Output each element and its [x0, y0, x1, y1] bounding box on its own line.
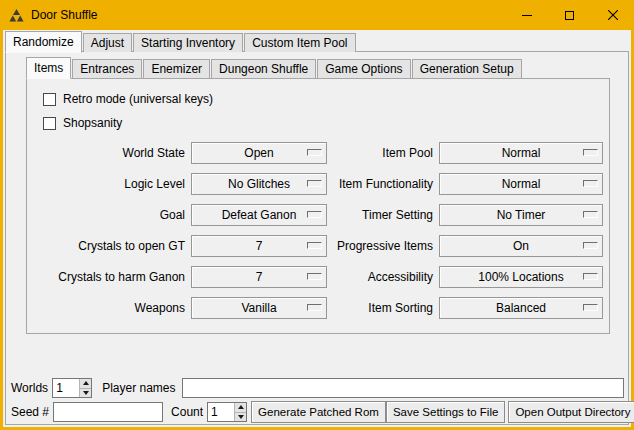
dropdown-indicator-icon: [307, 211, 322, 218]
count-spin-buttons: [234, 403, 246, 421]
item-functionality-label: Item Functionality: [331, 177, 433, 191]
retro-mode-label: Retro mode (universal keys): [63, 92, 213, 106]
goal-label: Goal: [27, 208, 185, 222]
spin-up-arrow-icon: [83, 381, 89, 385]
titlebar[interactable]: Door Shuffle: [0, 0, 634, 30]
items-panel: Retro mode (universal keys) Shopsanity W…: [26, 78, 610, 334]
tab-dungeon-shuffle[interactable]: Dungeon Shuffle: [211, 59, 316, 78]
worlds-spin-down-button[interactable]: [79, 389, 91, 398]
dropdown-indicator-icon: [583, 304, 598, 311]
crystals-gt-label: Crystals to open GT: [27, 239, 185, 253]
worlds-spinbox[interactable]: [52, 378, 92, 398]
tab-items[interactable]: Items: [26, 57, 71, 79]
tab-randomize[interactable]: Randomize: [5, 31, 82, 53]
goal-dropdown[interactable]: Defeat Ganon: [191, 204, 327, 226]
count-input[interactable]: [208, 403, 234, 421]
count-spin-up-button[interactable]: [234, 403, 246, 413]
seed-label: Seed #: [11, 405, 49, 419]
count-label: Count: [171, 405, 203, 419]
main-tab-bar: Randomize Adjust Starting Inventory Cust…: [3, 30, 631, 52]
crystals-gt-dropdown[interactable]: 7: [191, 235, 327, 257]
progressive-items-label: Progressive Items: [331, 239, 433, 253]
progressive-items-dropdown[interactable]: On: [439, 235, 603, 257]
count-spinbox[interactable]: [207, 402, 247, 422]
tab-starting-inventory[interactable]: Starting Inventory: [133, 33, 243, 52]
tab-generation-setup[interactable]: Generation Setup: [412, 59, 522, 78]
save-settings-button[interactable]: Save Settings to File: [386, 401, 505, 423]
spin-down-arrow-icon: [238, 415, 244, 419]
seed-input[interactable]: [53, 402, 163, 422]
setting-row: Goal Defeat Ganon Timer Setting No Timer: [27, 204, 609, 226]
setting-row: Crystals to open GT 7 Progressive Items …: [27, 235, 609, 257]
weapons-label: Weapons: [27, 301, 185, 315]
crystals-ganon-dropdown[interactable]: 7: [191, 266, 327, 288]
open-output-directory-button[interactable]: Open Output Directory: [508, 401, 634, 423]
dropdown-indicator-icon: [583, 180, 598, 187]
maximize-icon: [565, 11, 574, 20]
tab-adjust[interactable]: Adjust: [83, 33, 132, 52]
window-client-area: Randomize Adjust Starting Inventory Cust…: [3, 30, 631, 427]
dropdown-indicator-icon: [307, 273, 322, 280]
logic-level-label: Logic Level: [27, 177, 185, 191]
close-icon: [608, 10, 618, 20]
dropdown-indicator-icon: [583, 273, 598, 280]
crystals-ganon-label: Crystals to harm Ganon: [27, 270, 185, 284]
app-icon: [9, 9, 24, 22]
shopsanity-checkbox[interactable]: [43, 117, 56, 130]
accessibility-dropdown[interactable]: 100% Locations: [439, 266, 603, 288]
worlds-spin-buttons: [79, 379, 91, 397]
minimize-button[interactable]: [505, 0, 548, 30]
tab-enemizer[interactable]: Enemizer: [143, 59, 210, 78]
retro-mode-checkbox[interactable]: [43, 93, 56, 106]
count-spin-down-button[interactable]: [234, 413, 246, 422]
tab-custom-item-pool[interactable]: Custom Item Pool: [244, 33, 355, 52]
spin-down-arrow-icon: [83, 391, 89, 395]
settings-grid: World State Open Item Pool Normal: [27, 142, 609, 319]
item-pool-label: Item Pool: [331, 146, 433, 160]
settings-tab-bar: Items Entrances Enemizer Dungeon Shuffle…: [26, 57, 610, 78]
retro-mode-row: Retro mode (universal keys): [43, 87, 609, 111]
dropdown-indicator-icon: [307, 180, 322, 187]
shopsanity-label: Shopsanity: [63, 116, 122, 130]
setting-row: Crystals to harm Ganon 7 Accessibility 1…: [27, 266, 609, 288]
seed-row: Seed # Count Generate Patched Rom Save S…: [11, 401, 624, 423]
maximize-button[interactable]: [548, 0, 591, 30]
spin-up-arrow-icon: [238, 405, 244, 409]
close-button[interactable]: [591, 0, 634, 30]
item-pool-dropdown[interactable]: Normal: [439, 142, 603, 164]
timer-setting-label: Timer Setting: [331, 208, 433, 222]
tab-entrances[interactable]: Entrances: [72, 59, 142, 78]
worlds-spin-up-button[interactable]: [79, 379, 91, 389]
shopsanity-row: Shopsanity: [43, 111, 609, 135]
timer-setting-dropdown[interactable]: No Timer: [439, 204, 603, 226]
dropdown-indicator-icon: [583, 149, 598, 156]
worlds-input[interactable]: [53, 379, 79, 397]
dropdown-indicator-icon: [583, 242, 598, 249]
randomize-panel: Items Entrances Enemizer Dungeon Shuffle…: [5, 51, 629, 425]
dropdown-indicator-icon: [307, 149, 322, 156]
player-names-input[interactable]: [182, 378, 625, 398]
dropdown-indicator-icon: [307, 304, 322, 311]
item-functionality-dropdown[interactable]: Normal: [439, 173, 603, 195]
tab-game-options[interactable]: Game Options: [317, 59, 410, 78]
caption-buttons: [505, 0, 634, 30]
generate-patched-rom-button[interactable]: Generate Patched Rom: [251, 401, 386, 423]
minimize-icon: [522, 15, 532, 16]
setting-row: Logic Level No Glitches Item Functionali…: [27, 173, 609, 195]
weapons-dropdown[interactable]: Vanilla: [191, 297, 327, 319]
settings-notebook: Items Entrances Enemizer Dungeon Shuffle…: [26, 57, 610, 334]
world-state-dropdown[interactable]: Open: [191, 142, 327, 164]
door-shuffle-window: Door Shuffle Randomize Adjust Starting I…: [0, 0, 634, 430]
logic-level-dropdown[interactable]: No Glitches: [191, 173, 327, 195]
worlds-label: Worlds: [11, 381, 48, 395]
world-state-label: World State: [27, 146, 185, 160]
item-sorting-label: Item Sorting: [331, 301, 433, 315]
setting-row: World State Open Item Pool Normal: [27, 142, 609, 164]
setting-row: Weapons Vanilla Item Sorting Balanced: [27, 297, 609, 319]
item-sorting-dropdown[interactable]: Balanced: [439, 297, 603, 319]
window-title: Door Shuffle: [31, 8, 98, 22]
dropdown-indicator-icon: [583, 211, 598, 218]
worlds-row: Worlds Player names: [11, 377, 624, 399]
player-names-label: Player names: [102, 381, 175, 395]
dropdown-indicator-icon: [307, 242, 322, 249]
